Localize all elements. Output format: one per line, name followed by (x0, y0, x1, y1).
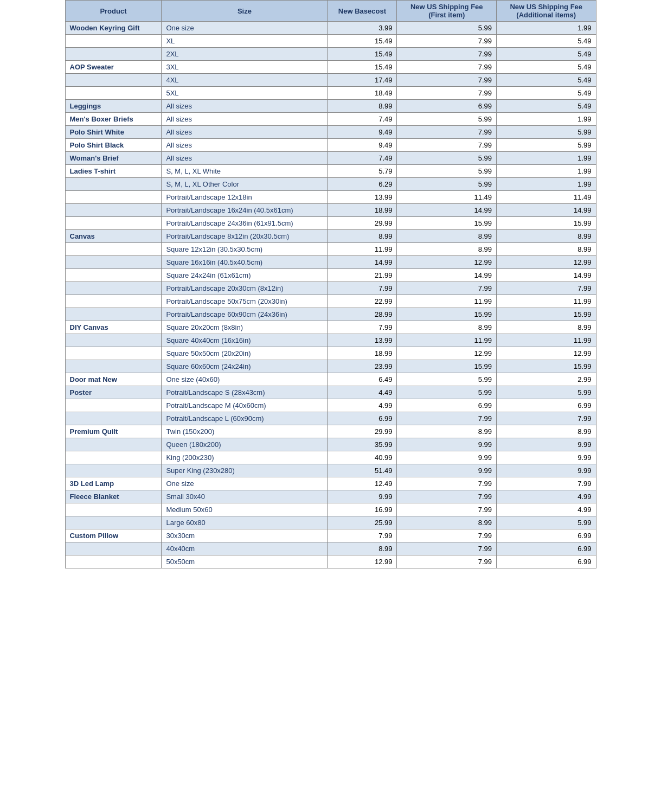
cell-shipping-first: 7.99 (397, 412, 497, 425)
cell-product: Wooden Keyring Gift (65, 22, 162, 35)
cell-size: All sizes (162, 139, 328, 152)
cell-product: Custom Pillow (65, 529, 162, 542)
cell-shipping-first: 5.99 (397, 178, 497, 191)
cell-size: Large 60x80 (162, 516, 328, 529)
cell-shipping-add: 1.99 (496, 22, 596, 35)
cell-basecost: 18.49 (328, 87, 397, 100)
cell-size: Square 40x40cm (16x16in) (162, 334, 328, 347)
table-row: Portrait/Landscape 20x30cm (8x12in)7.997… (65, 282, 596, 295)
cell-shipping-first: 7.99 (397, 35, 497, 48)
cell-size: Square 24x24in (61x61cm) (162, 269, 328, 282)
cell-shipping-first: 11.49 (397, 191, 497, 204)
table-row: Large 60x8025.998.995.99 (65, 516, 596, 529)
cell-shipping-add: 6.99 (496, 529, 596, 542)
cell-size: 2XL (162, 48, 328, 61)
cell-shipping-first: 5.99 (397, 152, 497, 165)
cell-shipping-first: 12.99 (397, 347, 497, 360)
cell-basecost: 6.29 (328, 178, 397, 191)
cell-product (65, 178, 162, 191)
cell-basecost: 25.99 (328, 516, 397, 529)
cell-basecost: 15.49 (328, 35, 397, 48)
cell-shipping-first: 9.99 (397, 451, 497, 464)
cell-size: Small 30x40 (162, 490, 328, 503)
cell-shipping-first: 15.99 (397, 217, 497, 230)
col-header-product: Product (65, 1, 162, 22)
cell-basecost: 6.99 (328, 412, 397, 425)
cell-basecost: 16.99 (328, 503, 397, 516)
cell-basecost: 18.99 (328, 347, 397, 360)
cell-basecost: 15.49 (328, 61, 397, 74)
cell-shipping-add: 8.99 (496, 321, 596, 334)
cell-shipping-add: 1.99 (496, 178, 596, 191)
cell-product (65, 243, 162, 256)
cell-size: Square 16x16in (40.5x40.5cm) (162, 256, 328, 269)
cell-shipping-add: 5.99 (496, 126, 596, 139)
cell-size: Twin (150x200) (162, 425, 328, 438)
cell-size: All sizes (162, 152, 328, 165)
cell-basecost: 29.99 (328, 217, 397, 230)
table-row: Ladies T-shirtS, M, L, XL White5.795.991… (65, 165, 596, 178)
cell-shipping-first: 5.99 (397, 386, 497, 399)
cell-product: DIY Canvas (65, 321, 162, 334)
cell-shipping-add: 4.99 (496, 503, 596, 516)
cell-shipping-first: 5.99 (397, 373, 497, 386)
table-row: DIY CanvasSquare 20x20cm (8x8in)7.998.99… (65, 321, 596, 334)
cell-shipping-add: 6.99 (496, 399, 596, 412)
cell-product (65, 204, 162, 217)
table-row: Portrait/Landscape 12x18in13.9911.4911.4… (65, 191, 596, 204)
cell-product (65, 438, 162, 451)
cell-size: Queen (180x200) (162, 438, 328, 451)
table-row: Portrait/Landscape 16x24in (40.5x61cm)18… (65, 204, 596, 217)
cell-shipping-add: 8.99 (496, 425, 596, 438)
cell-basecost: 13.99 (328, 191, 397, 204)
cell-basecost: 7.49 (328, 152, 397, 165)
cell-shipping-first: 7.99 (397, 61, 497, 74)
cell-shipping-first: 15.99 (397, 360, 497, 373)
cell-product (65, 269, 162, 282)
cell-product (65, 217, 162, 230)
col-header-basecost: New Basecost (328, 1, 397, 22)
cell-shipping-add: 5.99 (496, 139, 596, 152)
cell-shipping-first: 7.99 (397, 490, 497, 503)
cell-shipping-add: 6.99 (496, 542, 596, 555)
table-row: 50x50cm12.997.996.99 (65, 555, 596, 568)
cell-basecost: 12.99 (328, 555, 397, 568)
cell-size: 3XL (162, 61, 328, 74)
cell-size: Medium 50x60 (162, 503, 328, 516)
cell-shipping-first: 7.99 (397, 503, 497, 516)
table-row: 2XL15.497.995.49 (65, 48, 596, 61)
table-row: Square 60x60cm (24x24in)23.9915.9915.99 (65, 360, 596, 373)
cell-shipping-add: 4.99 (496, 490, 596, 503)
cell-shipping-add: 5.49 (496, 87, 596, 100)
table-row: Fleece BlanketSmall 30x409.997.994.99 (65, 490, 596, 503)
cell-shipping-first: 11.99 (397, 334, 497, 347)
cell-basecost: 7.99 (328, 321, 397, 334)
cell-shipping-first: 7.99 (397, 74, 497, 87)
cell-shipping-add: 5.49 (496, 100, 596, 113)
cell-basecost: 9.49 (328, 126, 397, 139)
cell-product: Polo Shirt Black (65, 139, 162, 152)
cell-shipping-add: 5.49 (496, 35, 596, 48)
cell-shipping-first: 5.99 (397, 22, 497, 35)
cell-size: 4XL (162, 74, 328, 87)
cell-size: All sizes (162, 100, 328, 113)
cell-size: One size (40x60) (162, 373, 328, 386)
table-row: Portrait/Landscape 60x90cm (24x36in)28.9… (65, 308, 596, 321)
cell-size: Portrait/Landscape 24x36in (61x91.5cm) (162, 217, 328, 230)
table-row: S, M, L, XL Other Color6.295.991.99 (65, 178, 596, 191)
cell-size: Potrait/Landscape S (28x43cm) (162, 386, 328, 399)
col-header-shipping-add: New US Shipping Fee(Additional items) (496, 1, 596, 22)
table-row: Square 16x16in (40.5x40.5cm)14.9912.9912… (65, 256, 596, 269)
cell-basecost: 21.99 (328, 269, 397, 282)
cell-product: Woman's Brief (65, 152, 162, 165)
cell-size: Square 60x60cm (24x24in) (162, 360, 328, 373)
cell-shipping-first: 5.99 (397, 113, 497, 126)
cell-product (65, 191, 162, 204)
cell-size: XL (162, 35, 328, 48)
cell-size: Portrait/Landscape 60x90cm (24x36in) (162, 308, 328, 321)
col-header-size: Size (162, 1, 328, 22)
cell-size: Square 50x50cm (20x20in) (162, 347, 328, 360)
cell-basecost: 7.99 (328, 282, 397, 295)
table-row: Square 12x12in (30.5x30.5cm)11.998.998.9… (65, 243, 596, 256)
cell-shipping-first: 7.99 (397, 555, 497, 568)
